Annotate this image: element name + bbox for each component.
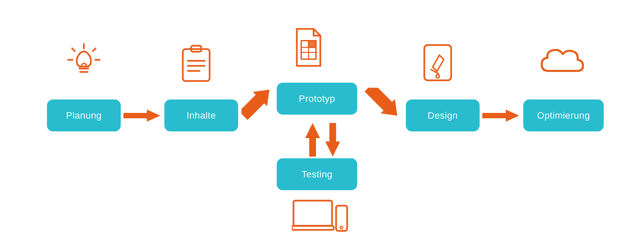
clipboard-icon [176,44,216,84]
arrow-prototyp-design [359,88,402,125]
svg-marker-1 [241,88,276,123]
svg-rect-22 [309,41,316,47]
svg-line-9 [93,48,96,51]
step-label-testing: Testing [302,169,332,180]
svg-marker-3 [482,110,519,122]
step-label-optimierung: Optimierung [537,110,590,121]
devices-icon [292,198,349,235]
step-box-testing: Testing [277,158,357,190]
step-label-inhalte: Inhalte [186,110,216,121]
arrow-design-optimierung [482,109,519,122]
step-label-design: Design [428,110,458,121]
svg-marker-5 [325,123,340,157]
svg-marker-4 [305,123,320,157]
step-label-planung: Planung [66,110,102,121]
svg-rect-30 [336,206,347,231]
step-label-prototyp: Prototyp [299,93,335,104]
arrow-testing-prototyp [304,123,322,157]
svg-marker-2 [362,88,402,123]
svg-marker-0 [123,110,160,122]
step-box-inhalte: Inhalte [164,99,238,131]
step-box-planung: Planung [47,99,121,131]
arrow-inhalte-prototyp [241,88,278,125]
process-diagram: Planung Inhalte Prototyp Testing Design … [37,14,607,232]
lightbulb-icon [62,42,106,86]
step-box-optimierung: Optimierung [523,99,604,131]
svg-point-26 [436,75,439,78]
arrow-prototyp-testing [324,123,342,157]
step-box-prototyp: Prototyp [277,83,357,115]
svg-rect-27 [293,201,332,226]
document-icon [290,24,327,71]
step-box-design: Design [406,99,480,131]
edit-icon [419,42,456,83]
arrow-planung-inhalte [123,109,160,122]
cloud-icon [540,44,587,81]
svg-point-31 [340,226,343,229]
svg-line-7 [72,48,75,51]
